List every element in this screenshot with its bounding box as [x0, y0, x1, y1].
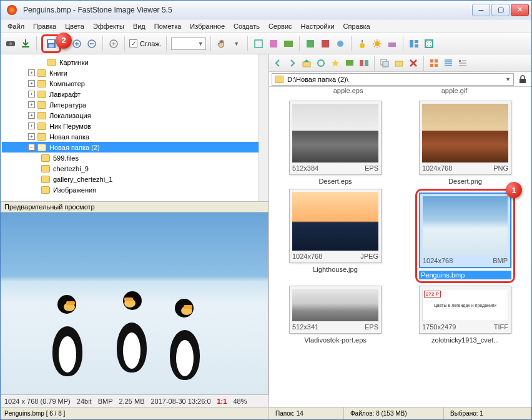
- folder-icon: [275, 76, 283, 83]
- zoom-out-icon[interactable]: [86, 38, 98, 50]
- tool7-icon[interactable]: [356, 38, 368, 50]
- sun-icon[interactable]: [371, 38, 383, 50]
- tree-item-child[interactable]: Изображения: [19, 184, 267, 195]
- tool6-icon[interactable]: [334, 38, 347, 50]
- copy-icon[interactable]: [378, 57, 391, 69]
- menu-effects[interactable]: Эффекты: [89, 21, 129, 32]
- zoom-in-icon[interactable]: [71, 38, 83, 50]
- tree-item[interactable]: +Литература: [2, 99, 267, 110]
- tree-item-child[interactable]: chertezhi_9: [19, 163, 267, 174]
- menu-help[interactable]: Справка: [339, 21, 375, 32]
- slideshow-icon[interactable]: [343, 57, 356, 69]
- tree-item[interactable]: +Книги: [2, 68, 267, 78]
- path-input[interactable]: D:\Новая папка (2)\ ▼: [272, 73, 514, 86]
- svg-rect-5: [49, 44, 54, 48]
- zoom-dropdown[interactable]: ▼: [171, 38, 206, 50]
- save-button-highlight: 2: [41, 34, 61, 53]
- right-pane: D:\Новая папка (2)\ ▼ apple.eps apple.gi…: [269, 54, 531, 419]
- thumb-item[interactable]: 272 РЦветы в легендах и преданиях1750x24…: [403, 286, 528, 345]
- forward-icon[interactable]: [286, 57, 298, 69]
- svg-rect-35: [459, 60, 461, 62]
- svg-rect-36: [520, 79, 526, 83]
- svg-rect-33: [430, 64, 433, 67]
- menu-tools[interactable]: Сервис: [264, 21, 297, 32]
- smooth-toggle[interactable]: ✓ Сглаж.: [129, 39, 162, 48]
- thumbnail-grid[interactable]: 512x384EPS Desert.eps 1024x768PNG Desert…: [269, 97, 531, 407]
- app-icon: [7, 5, 17, 15]
- info-dimensions: 1024 x 768 (0.79 MP): [4, 398, 71, 405]
- close-button[interactable]: ✕: [511, 4, 529, 16]
- checkbox-icon[interactable]: ✓: [129, 39, 137, 48]
- hand-dropdown-icon[interactable]: ▼: [230, 38, 243, 50]
- tool1-icon[interactable]: [252, 38, 265, 50]
- minimize-button[interactable]: ─: [472, 4, 490, 16]
- fav-icon[interactable]: [329, 57, 342, 69]
- view-thumbs-icon[interactable]: [428, 57, 440, 69]
- menu-create[interactable]: Создать: [229, 21, 264, 32]
- tree-item[interactable]: +Лавкрафт: [2, 89, 267, 99]
- fullscreen-icon[interactable]: [423, 38, 435, 50]
- price-badge: 272 Р: [424, 291, 441, 298]
- tree-item[interactable]: +Локализация: [2, 110, 267, 121]
- main-toolbar: 2 ✓ Сглаж. ▼ ▼: [1, 33, 531, 54]
- fit-icon[interactable]: [107, 38, 120, 50]
- tree-scrollbar[interactable]: [259, 54, 268, 201]
- maximize-button[interactable]: ▢: [491, 4, 510, 16]
- thumb-item[interactable]: 512x341EPS Vladivostok-port.eps: [273, 286, 398, 345]
- tool8-icon[interactable]: [386, 38, 398, 50]
- window-controls: ─ ▢ ✕: [471, 4, 529, 16]
- tree-item[interactable]: +Компьютер: [2, 78, 267, 89]
- info-pct: 48%: [233, 398, 247, 405]
- window-title: Penguins.bmp - FastStone Image Viewer 5.…: [21, 6, 471, 14]
- menu-edit[interactable]: Правка: [29, 21, 61, 32]
- layout-icon[interactable]: [408, 38, 420, 50]
- menu-settings[interactable]: Настройки: [297, 21, 339, 32]
- folder-tree[interactable]: Картинки +Книги +Компьютер +Лавкрафт +Ли…: [1, 54, 268, 198]
- hand-icon[interactable]: [215, 38, 228, 50]
- tool2-icon[interactable]: [267, 38, 280, 50]
- compare-icon[interactable]: [358, 57, 370, 69]
- thumb-item[interactable]: 512x384EPS Desert.eps: [273, 101, 398, 186]
- up-icon[interactable]: [300, 57, 313, 69]
- svg-rect-4: [48, 40, 54, 43]
- preview-image[interactable]: [1, 212, 268, 394]
- menu-tag[interactable]: Пометка: [150, 21, 186, 32]
- tree-item[interactable]: Картинки: [2, 57, 267, 68]
- svg-point-15: [360, 43, 365, 48]
- move-icon[interactable]: [393, 57, 405, 69]
- thumb-item[interactable]: 1024x768PNG Desert.png: [403, 101, 528, 186]
- separator: [210, 36, 211, 51]
- svg-rect-32: [435, 59, 438, 62]
- back-icon[interactable]: [272, 57, 284, 69]
- lock-icon[interactable]: [516, 73, 529, 86]
- info-ratio: 1:1: [217, 398, 227, 405]
- tree-item-child[interactable]: gallery_chertezhi_1: [19, 174, 267, 184]
- menu-view[interactable]: Вид: [129, 21, 150, 32]
- tool3-icon[interactable]: [282, 38, 295, 50]
- separator: [423, 56, 424, 71]
- svg-rect-10: [270, 40, 277, 48]
- status-selected: Выбрано: 1: [444, 408, 531, 419]
- browser-toolbar: [269, 54, 531, 72]
- menu-file[interactable]: Файл: [3, 21, 29, 32]
- info-depth: 24bit: [77, 398, 92, 405]
- menu-colors[interactable]: Цвета: [61, 21, 89, 32]
- download-icon[interactable]: [19, 38, 32, 50]
- chevron-down-icon[interactable]: ▼: [505, 76, 511, 82]
- view-list-icon[interactable]: [442, 57, 455, 69]
- refresh-icon[interactable]: [315, 57, 327, 69]
- delete-icon[interactable]: [407, 57, 420, 69]
- tree-item-selected[interactable]: −Новая папка (2): [2, 142, 267, 152]
- tree-item[interactable]: +Новая папка: [2, 131, 267, 142]
- menubar: Файл Правка Цвета Эффекты Вид Пометка Из…: [1, 19, 531, 33]
- tool5-icon[interactable]: [319, 38, 332, 50]
- menu-favorites[interactable]: Избранное: [185, 21, 229, 32]
- thumb-item-selected[interactable]: 1024x768BMP Penguins.bmp 1: [403, 189, 528, 283]
- thumb-item[interactable]: 1024x768JPEG Lighthouse.jpg: [273, 189, 398, 283]
- view-detail-icon[interactable]: [456, 57, 469, 69]
- tree-item[interactable]: +Ник Перумов: [2, 121, 267, 131]
- tree-item-child[interactable]: 599.files: [19, 152, 267, 163]
- scan-icon[interactable]: [4, 38, 17, 50]
- separator: [124, 36, 125, 51]
- tool4-icon[interactable]: [304, 38, 317, 50]
